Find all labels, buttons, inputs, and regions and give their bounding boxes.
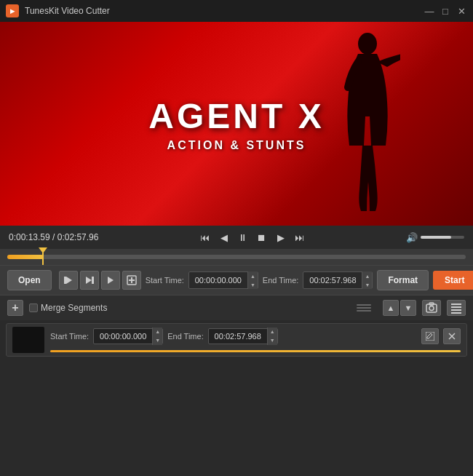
play-segment-button[interactable] [101,271,120,290]
video-main-title: AGENT X [148,96,324,136]
segments-section: + Merge Segments ▲ ▼ [0,295,473,320]
merge-checkbox-group: Merge Segments [29,303,107,313]
timeline-bar[interactable] [0,249,473,265]
format-button[interactable]: Format [377,270,429,290]
timeline-fill [7,255,44,259]
seg-start-up[interactable]: ▲ [152,328,162,336]
start-time-input[interactable]: 00:00:00.000 ▲ ▼ [188,271,258,289]
segment-order-controls: ▲ ▼ [383,300,416,316]
seg-end-up[interactable]: ▲ [267,328,277,336]
silhouette-figure [335,29,400,218]
app-icon: ▶ [6,4,19,17]
svg-marker-6 [108,277,114,284]
add-segment-btn[interactable]: + [7,300,23,316]
edit-buttons [59,271,141,290]
volume-section: 🔊 [406,232,464,243]
playback-controls: ⏮ ◀ ⏸ ⏹ ▶ ⏭ [197,229,308,245]
segment-down-button[interactable]: ▼ [400,300,416,316]
seg-start-spinner: ▲ ▼ [152,328,162,345]
seg-start-time-value: 00:00:00.000 [94,332,152,341]
seg-end-down[interactable]: ▼ [267,336,277,345]
seg-start-label: Start Time: [50,332,89,341]
end-time-up[interactable]: ▲ [362,271,372,280]
video-preview: AGENT X ACTION & STUNTS [0,22,473,226]
svg-rect-9 [129,279,135,281]
list-view-button[interactable] [447,300,466,316]
bottom-empty-area [0,378,473,476]
needle-top [39,247,47,253]
svg-rect-2 [64,277,66,284]
merge-checkbox[interactable] [29,304,38,312]
segment-list: Start Time: 00:00:00.000 ▲ ▼ End Time: 0… [0,320,473,378]
end-time-label: End Time: [263,276,299,285]
seg-end-spinner: ▲ ▼ [267,328,277,345]
seg-end-time-value: 00:02:57.968 [209,332,267,341]
app-title: TunesKit Video Cutter [25,6,424,16]
seg-end-time-input[interactable]: 00:02:57.968 ▲ ▼ [208,328,278,344]
seg-end-label: End Time: [167,332,204,341]
volume-fill [421,236,451,239]
segment-thumbnail [12,327,44,353]
svg-rect-17 [426,332,434,341]
title-bar: ▶ TunesKit Video Cutter — □ ✕ [0,0,473,22]
stop-button[interactable]: ⏹ [254,229,270,245]
seg-start-down[interactable]: ▼ [152,336,162,345]
open-button[interactable]: Open [7,270,52,290]
svg-point-11 [429,306,434,311]
screenshot-button[interactable] [422,300,441,316]
video-title-overlay: AGENT X ACTION & STUNTS [148,96,324,152]
start-time-up[interactable]: ▲ [247,271,258,280]
svg-marker-3 [66,277,72,284]
segment-progress-bar [50,350,461,352]
end-time-value: 00:02:57.968 [303,276,362,285]
volume-slider[interactable] [421,236,464,239]
segment-row: Start Time: 00:00:00.000 ▲ ▼ End Time: 0… [6,323,467,357]
start-time-down[interactable]: ▼ [247,280,258,289]
timeline-track [7,255,466,259]
minimize-button[interactable]: — [424,5,435,17]
svg-rect-16 [451,312,461,314]
step-back-button[interactable]: ⏮ [197,229,213,245]
window-controls: — □ ✕ [424,5,467,17]
add-segment-button[interactable] [122,271,141,290]
video-subtitle: ACTION & STUNTS [148,139,324,152]
seg-start-time-input[interactable]: 00:00:00.000 ▲ ▼ [93,328,163,344]
playback-bar: 0:00:13.59 / 0:02:57.96 ⏮ ◀ ⏸ ⏹ ▶ ⏭ 🔊 [0,226,473,249]
seg-edit-button[interactable] [421,328,439,344]
start-time-label: Start Time: [146,276,184,285]
mark-in-button[interactable] [59,271,78,290]
start-button[interactable]: Start [433,271,473,290]
pause-button[interactable]: ⏸ [235,229,251,245]
prev-frame-button[interactable]: ◀ [216,229,232,245]
maximize-button[interactable]: □ [440,5,451,17]
svg-rect-5 [92,277,94,284]
end-time-input[interactable]: 00:02:57.968 ▲ ▼ [303,271,373,289]
start-time-value: 00:00:00.000 [189,276,247,285]
volume-icon: 🔊 [406,232,418,243]
svg-point-0 [358,33,377,55]
svg-line-19 [431,333,432,335]
mark-out-button[interactable] [80,271,99,290]
merge-label: Merge Segments [41,303,107,313]
svg-rect-15 [451,309,461,311]
time-display: 0:00:13.59 / 0:02:57.96 [9,232,98,242]
end-time-down[interactable]: ▼ [362,280,372,289]
play-button[interactable]: ▶ [273,229,289,245]
svg-rect-14 [451,306,461,308]
start-time-spinner: ▲ ▼ [247,271,258,289]
segment-up-button[interactable]: ▲ [383,300,399,316]
seg-delete-button[interactable] [443,328,461,344]
close-button[interactable]: ✕ [456,5,467,17]
timeline-needle[interactable] [42,249,44,265]
end-time-spinner: ▲ ▼ [362,271,372,289]
svg-rect-13 [451,304,461,305]
next-frame-button[interactable]: ⏭ [292,229,308,245]
svg-marker-4 [86,277,92,284]
controls-section: Open Start Time: 00:00:00.000 ▲ ▼ End Ti… [0,265,473,295]
drag-handle [357,304,371,312]
